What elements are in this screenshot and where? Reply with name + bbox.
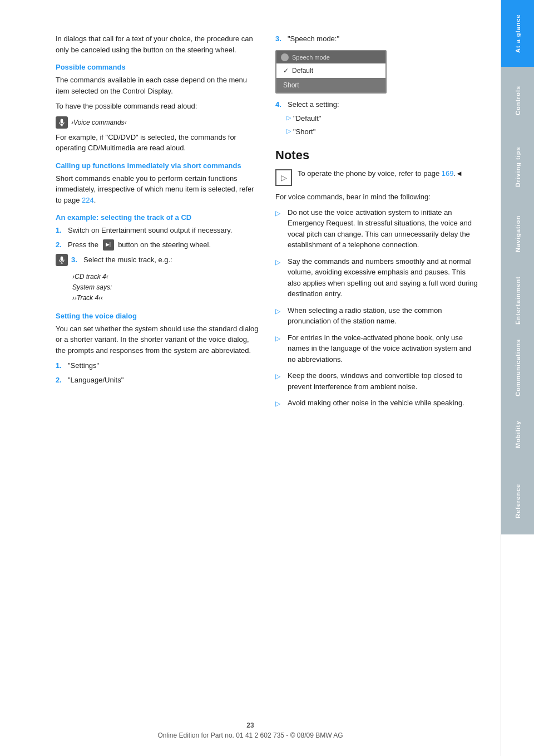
sidebar-tab-controls[interactable]: Controls bbox=[501, 67, 534, 134]
example-steps-list: 1. Switch on Entertainment sound output … bbox=[56, 225, 259, 268]
setting-voice-steps: 1. "Settings" 2. "Language/Units" bbox=[56, 360, 259, 385]
screenshot-short-label: Short bbox=[283, 81, 299, 89]
example-heading: An example: selecting the track of a CD bbox=[56, 213, 259, 222]
step3-line3: ››Track 4‹‹ bbox=[72, 293, 259, 303]
step4-options-list: ▷ "Default" ▷ "Short" bbox=[275, 113, 478, 137]
note-bullet-2: ▷ Say the commands and numbers smoothly … bbox=[275, 256, 478, 300]
chevron-right-icon-1: ▷ bbox=[286, 113, 291, 122]
screenshot-item-short: Short bbox=[276, 78, 385, 92]
screenshot-icon bbox=[281, 53, 289, 61]
microphone-svg-2 bbox=[58, 256, 66, 264]
sidebar-tab-reference[interactable]: Reference bbox=[501, 468, 534, 534]
speech-mode-screenshot: Speech mode ✓ Default Short bbox=[275, 50, 387, 94]
right-column: 3. "Speech mode:" Speech mode ✓ Default bbox=[275, 33, 478, 414]
right-step-3: 3. "Speech mode:" bbox=[275, 33, 478, 45]
play-icon bbox=[275, 169, 292, 186]
microphone-svg bbox=[58, 119, 66, 126]
possible-commands-para2: To have the possible commands read aloud… bbox=[56, 101, 259, 112]
note-box: To operate the phone by voice, refer to … bbox=[275, 168, 478, 186]
screenshot-title-text: Speech mode bbox=[292, 54, 330, 61]
screenshot-title-bar: Speech mode bbox=[276, 51, 385, 63]
setting-voice-body: You can set whether the system should us… bbox=[56, 323, 259, 356]
voice-command-line: ›Voice commands‹ bbox=[56, 116, 259, 129]
possible-commands-para3: For example, if "CD/DVD" is selected, th… bbox=[56, 132, 259, 154]
setting-voice-heading: Setting the voice dialog bbox=[56, 312, 259, 320]
arrow-icon-5: ▷ bbox=[275, 371, 283, 381]
sidebar-tab-navigation[interactable]: Navigation bbox=[501, 200, 534, 267]
arrow-icon-4: ▷ bbox=[275, 333, 283, 343]
note-bullet-5: ▷ Keep the doors, windows and convertibl… bbox=[275, 370, 478, 392]
possible-commands-heading: Possible commands bbox=[56, 63, 259, 71]
note-bullet-3: ▷ When selecting a radio station, use th… bbox=[275, 305, 478, 327]
arrow-icon-6: ▷ bbox=[275, 399, 283, 409]
arrow-icon-2: ▷ bbox=[275, 257, 283, 267]
right-step-4: 4. Select a setting: bbox=[275, 99, 478, 110]
possible-commands-para1: The commands available in each case depe… bbox=[56, 75, 259, 96]
intro-paragraph: In dialogs that call for a text of your … bbox=[56, 33, 259, 55]
sidebar-tab-at-glance[interactable]: At a glance bbox=[501, 0, 534, 67]
note-ref-link[interactable]: 169 bbox=[442, 169, 454, 178]
step4-option-short: ▷ "Short" bbox=[286, 126, 478, 138]
left-column: In dialogs that call for a text of your … bbox=[56, 33, 259, 414]
right-sidebar: At a glance Controls Driving tips Naviga… bbox=[501, 0, 534, 756]
mic-icon-step3 bbox=[56, 254, 68, 266]
calling-up-page-ref[interactable]: 224 bbox=[82, 196, 94, 204]
right-step-4-list: 4. Select a setting: bbox=[275, 99, 478, 110]
sidebar-tab-mobility[interactable]: Mobility bbox=[501, 401, 534, 468]
steering-wheel-button-icon: ▶| bbox=[103, 239, 114, 251]
step3-line2: System says: bbox=[72, 282, 259, 293]
page-number: 23 bbox=[0, 721, 501, 729]
step3-line1: ›CD track 4‹ bbox=[72, 272, 259, 282]
notes-bullet-list: ▷ Do not use the voice activation system… bbox=[275, 207, 478, 409]
sidebar-tab-entertainment[interactable]: Entertainment bbox=[501, 267, 534, 334]
main-content: In dialogs that call for a text of your … bbox=[0, 0, 501, 756]
setting-voice-step-2: 2. "Language/Units" bbox=[56, 375, 259, 386]
page-footer: 23 Online Edition for Part no. 01 41 2 6… bbox=[0, 721, 501, 739]
calling-up-body: Short commands enable you to perform cer… bbox=[56, 173, 259, 206]
example-step-1: 1. Switch on Entertainment sound output … bbox=[56, 225, 259, 236]
footer-text: Online Edition for Part no. 01 41 2 602 … bbox=[157, 732, 343, 739]
setting-voice-step-1: 1. "Settings" bbox=[56, 360, 259, 371]
example-step-2: 2. Press the ▶| button on the steering w… bbox=[56, 239, 259, 251]
two-column-layout: In dialogs that call for a text of your … bbox=[56, 33, 478, 414]
sidebar-tab-communications[interactable]: Communications bbox=[501, 334, 534, 401]
example-step-3: 3. Select the music track, e.g.: bbox=[56, 254, 259, 268]
checkmark-icon: ✓ bbox=[283, 67, 289, 75]
arrow-icon-3: ▷ bbox=[275, 306, 283, 316]
screenshot-default-label: Default bbox=[292, 67, 313, 75]
notes-section: Notes To operate the phone by voice, ref… bbox=[275, 148, 478, 409]
note-bullet-6: ▷ Avoid making other noise in the vehicl… bbox=[275, 397, 478, 409]
right-col-steps: 3. "Speech mode:" bbox=[275, 33, 478, 45]
screenshot-item-default: ✓ Default bbox=[276, 63, 385, 78]
calling-up-heading: Calling up functions immediately via sho… bbox=[56, 161, 259, 170]
note-ref-text: To operate the phone by voice, refer to … bbox=[298, 168, 463, 179]
page-wrapper: In dialogs that call for a text of your … bbox=[0, 0, 534, 756]
mic-icon bbox=[56, 116, 68, 129]
chevron-right-icon-2: ▷ bbox=[286, 126, 291, 136]
note-bullet-4: ▷ For entries in the voice-activated pho… bbox=[275, 332, 478, 365]
notes-intro: For voice commands, bear in mind the fol… bbox=[275, 192, 478, 203]
step3-indented-block: ›CD track 4‹ System says: ››Track 4‹‹ bbox=[56, 272, 259, 304]
step4-option-default: ▷ "Default" bbox=[286, 113, 478, 124]
arrow-icon-1: ▷ bbox=[275, 208, 283, 218]
sidebar-tab-driving-tips[interactable]: Driving tips bbox=[501, 134, 534, 200]
note-bullet-1: ▷ Do not use the voice activation system… bbox=[275, 207, 478, 251]
notes-heading: Notes bbox=[275, 148, 478, 163]
voice-command-text: ›Voice commands‹ bbox=[71, 119, 127, 126]
